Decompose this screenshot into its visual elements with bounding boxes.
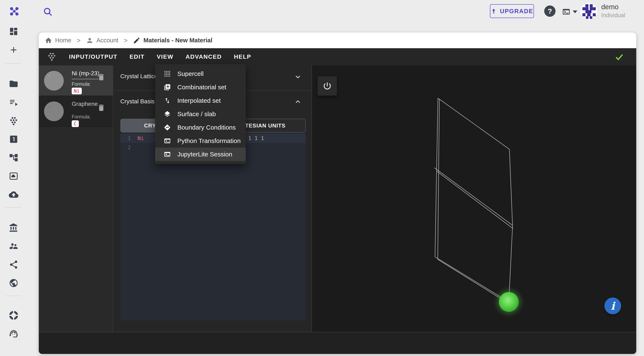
caret-down-icon [573,10,577,13]
menu-item-python-transformation[interactable]: Python Transformation [155,134,246,148]
search-icon[interactable] [43,7,53,17]
chevron-down-icon [294,74,301,80]
menu-item-supercell[interactable]: Supercell [155,67,246,80]
atoms-cluster-icon [47,52,57,62]
breadcrumb-home[interactable]: Home [45,37,71,44]
console-menu-button[interactable] [562,7,580,16]
upgrade-icon [490,8,497,14]
breadcrumb-separator: > [75,37,82,44]
avatar[interactable] [580,2,598,20]
upgrade-label: UPGRADE [500,8,533,15]
menu-edit[interactable]: EDIT [130,54,145,60]
material-item-ni[interactable]: Ni (mp-23) Formula: Ni [39,66,113,96]
designer-menubar: INPUT/OUTPUT EDIT VIEW ADVANCED HELP [39,48,636,66]
unit-cell-wireframe [312,66,636,332]
home-icon [45,37,52,44]
breadcrumb-separator: > [122,37,129,44]
three-d-viewer[interactable]: i [312,66,636,332]
groups-icon[interactable] [7,240,20,253]
breadcrumb: Home > Account > Materials - New Materia… [39,32,636,48]
menu-input-output[interactable]: INPUT/OUTPUT [69,54,118,60]
layers-icon [164,110,171,118]
formula-label: Formula: [72,114,91,120]
check-icon[interactable] [614,52,624,62]
user-name: demo [601,3,619,11]
bank-icon[interactable] [7,221,20,234]
formula-label: Formula: [72,81,91,87]
user-plan: Individual [601,12,625,19]
menu-view[interactable]: VIEW [157,54,174,60]
supercell-grid-icon [164,70,171,78]
trash-icon[interactable] [97,103,106,113]
menu-item-surface-slab[interactable]: Surface / slab [155,107,246,121]
chevron-up-icon [294,98,301,105]
breadcrumb-current: Materials - New Material [133,37,212,44]
terminal-icon [164,150,171,158]
looks-one-icon[interactable] [7,132,20,146]
pencil-icon [133,37,140,44]
folder-icon[interactable] [7,77,20,90]
rail-divider [6,296,22,296]
advanced-dropdown-menu: Supercell Combinatorial set Interpolated… [155,64,246,164]
playlist-play-icon[interactable] [7,96,20,109]
element-token: Ni [138,134,144,143]
menu-item-interpolated-set[interactable]: Interpolated set [155,94,246,107]
add-icon[interactable] [7,43,20,56]
swap-vert-icon [164,97,171,104]
directions-icon [164,124,171,131]
console-icon [562,8,571,16]
line-number: 2 [123,143,131,152]
constraints-token: 1 1 1 [248,134,264,143]
breadcrumb-account[interactable]: Account [86,37,118,44]
help-icon[interactable]: ? [544,6,556,17]
dashboard-icon[interactable] [7,25,20,38]
menu-item-jupyterlite-session[interactable]: JupyterLite Session [155,148,246,161]
section-title: Crystal Lattice [120,73,158,80]
material-avatar-icon [44,102,64,121]
section-title: Crystal Basis [120,98,154,105]
menu-item-boundary-conditions[interactable]: Boundary Conditions [155,121,246,134]
material-name: Ni (mp-23) [72,70,99,77]
account-tree-icon[interactable] [7,151,20,164]
mat3ra-logo[interactable] [8,6,20,17]
material-name-underline [72,79,98,79]
power-icon[interactable] [318,76,337,96]
formula-badge: C [72,120,79,127]
topbar: UPGRADE ? demo Individual [0,0,644,32]
material-name: Graphene (... [72,101,99,107]
rail-divider [6,207,22,208]
rail-divider [6,63,22,64]
trash-icon[interactable] [97,72,106,82]
headset-icon[interactable] [7,327,20,340]
material-item-graphene[interactable]: Graphene (... Formula: C [39,96,113,127]
atom-sphere [499,292,519,312]
library-add-icon [164,84,171,91]
support-wheel-icon[interactable] [7,308,20,322]
atoms-icon[interactable] [7,114,20,128]
materials-sidebar: Ni (mp-23) Formula: Ni Graphene (... For… [39,66,113,332]
share-icon[interactable] [7,258,20,271]
formula-badge: Ni [72,88,82,94]
person-icon [86,37,94,44]
main-card: Home > Account > Materials - New Materia… [39,32,636,354]
globe-icon[interactable] [7,276,20,290]
terminal-icon [164,137,171,145]
image-cloud-icon[interactable] [7,170,20,183]
menu-help[interactable]: HELP [234,54,251,60]
menu-item-combinatorial-set[interactable]: Combinatorial set [155,80,246,94]
workspace: Ni (mp-23) Formula: Ni Graphene (... For… [39,66,636,332]
info-icon[interactable]: i [604,298,621,314]
left-rail [0,23,27,356]
bottom-toolbar [39,332,636,354]
menu-advanced[interactable]: ADVANCED [186,54,222,60]
material-avatar-icon [44,71,64,90]
cloud-upload-icon[interactable] [7,188,20,201]
line-number: 1 [123,134,131,143]
upgrade-button[interactable]: UPGRADE [490,4,534,18]
